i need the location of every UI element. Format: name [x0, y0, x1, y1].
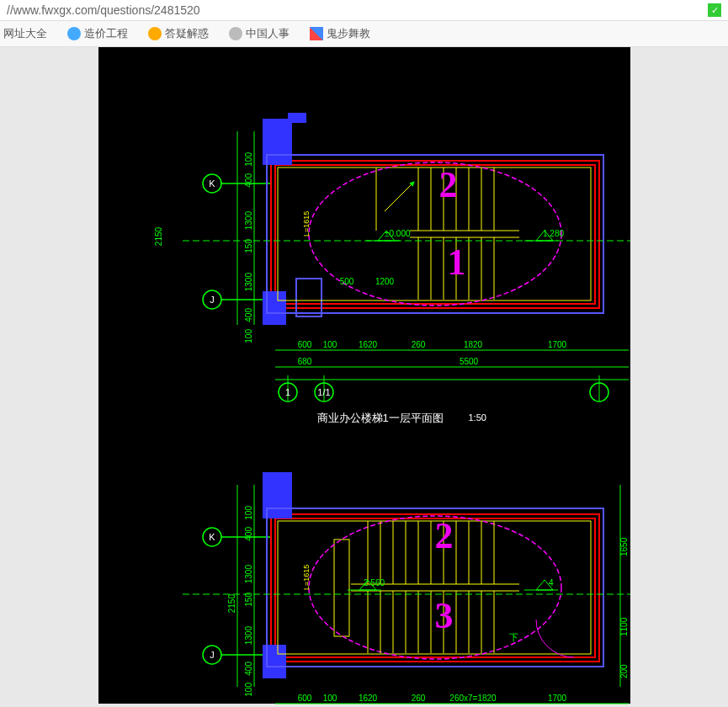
bookmarks-bar: 网址大全 造价工程 答疑解惑 中国人事 鬼步舞教: [0, 21, 728, 47]
svg-text:400: 400: [244, 527, 253, 541]
svg-text:5500: 5500: [459, 357, 478, 366]
svg-text:1/1: 1/1: [317, 387, 330, 397]
globe-icon: [67, 27, 81, 40]
svg-text:2.560: 2.560: [364, 578, 385, 587]
svg-text:K: K: [209, 532, 215, 542]
svg-text:500: 500: [339, 277, 353, 286]
svg-text:J: J: [210, 295, 215, 305]
url-input[interactable]: [7, 3, 663, 17]
svg-text:400: 400: [244, 173, 253, 188]
svg-text:2150: 2150: [154, 226, 163, 246]
cad-drawing[interactable]: K J 1 1/1 600 100 1620 260 1820 1700 680…: [98, 47, 630, 704]
svg-text:680: 680: [297, 357, 311, 366]
svg-text:100: 100: [322, 340, 337, 349]
svg-text:1700: 1700: [547, 694, 566, 703]
svg-text:1820: 1820: [463, 340, 482, 349]
svg-text:100: 100: [244, 506, 253, 520]
svg-text:600: 600: [297, 694, 311, 703]
svg-text:150: 150: [244, 239, 253, 253]
svg-text:260: 260: [411, 340, 425, 349]
address-bar: ✓: [0, 0, 728, 21]
svg-rect-89: [278, 521, 591, 654]
bookmark-item[interactable]: 鬼步舞教: [306, 26, 374, 41]
svg-text:1620: 1620: [358, 340, 377, 349]
bookmark-item[interactable]: 网址大全: [0, 26, 50, 41]
svg-text:400: 400: [244, 662, 253, 676]
svg-text:260x7=1820: 260x7=1820: [449, 694, 497, 703]
annotation-3: 3: [435, 594, 454, 637]
svg-rect-92: [334, 540, 349, 636]
annotation-2: 2: [439, 163, 458, 206]
svg-text:1300: 1300: [244, 273, 253, 292]
dance-icon: [310, 27, 323, 40]
svg-text:200: 200: [619, 664, 629, 678]
svg-rect-22: [288, 113, 306, 123]
svg-text:400: 400: [244, 308, 253, 322]
drawing-scale: 1:50: [469, 412, 486, 423]
bookmark-item[interactable]: 中国人事: [226, 26, 293, 41]
secure-badge: ✓: [708, 3, 721, 17]
svg-text:100: 100: [244, 152, 253, 167]
qa-icon: [148, 27, 162, 40]
svg-text:100: 100: [244, 683, 253, 697]
svg-text:下: 下: [509, 632, 518, 642]
svg-text:600: 600: [297, 340, 311, 349]
svg-text:100: 100: [322, 694, 337, 703]
content-stage: K J 1 1/1 600 100 1620 260 1820 1700 680…: [0, 47, 728, 704]
svg-rect-25: [296, 279, 321, 316]
svg-text:100: 100: [244, 329, 253, 343]
svg-text:1200: 1200: [375, 277, 394, 286]
svg-text:1300: 1300: [244, 626, 253, 646]
svg-text:260: 260: [411, 694, 425, 703]
svg-text:J: J: [210, 650, 215, 660]
svg-text:1100: 1100: [619, 617, 629, 636]
svg-text:±0.000: ±0.000: [385, 229, 411, 238]
svg-text:1300: 1300: [244, 565, 253, 584]
svg-text:K: K: [209, 178, 215, 189]
bookmark-item[interactable]: 造价工程: [64, 26, 131, 41]
svg-text:L=1615: L=1615: [302, 211, 311, 237]
svg-line-46: [385, 182, 414, 211]
svg-text:4: 4: [549, 578, 554, 587]
svg-text:2150: 2150: [227, 594, 236, 614]
floor-plan-2: K J 1 1/1 2.560 4 600 100 1620 260 260x7…: [98, 434, 630, 707]
bookmark-item[interactable]: 答疑解惑: [145, 26, 212, 41]
doc-icon: [229, 27, 242, 40]
svg-text:1300: 1300: [244, 211, 253, 231]
svg-text:1620: 1620: [358, 694, 377, 703]
svg-text:L=1615: L=1615: [302, 565, 311, 590]
svg-text:150: 150: [244, 593, 253, 607]
svg-text:1650: 1650: [619, 537, 629, 556]
svg-text:1: 1: [284, 387, 290, 397]
annotation-1: 1: [448, 241, 466, 284]
floor-plan-1: K J 1 1/1 600 100 1620 260 1820 1700 680…: [98, 47, 630, 417]
drawing-title: 商业办公楼梯1一层平面图: [317, 411, 444, 426]
svg-text:1700: 1700: [547, 340, 566, 349]
annotation-2b: 2: [435, 514, 454, 557]
svg-text:1.280: 1.280: [543, 229, 564, 238]
